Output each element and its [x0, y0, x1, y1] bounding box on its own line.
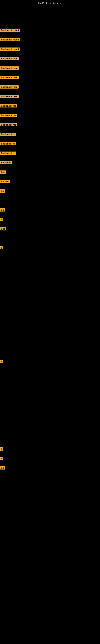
bottleneck-row: Bo [0, 190, 5, 192]
bottleneck-row: Bottleneck re [0, 142, 16, 145]
bottleneck-row: Bottleneck res [0, 123, 17, 126]
bottleneck-row: Bott [0, 227, 6, 230]
bottleneck-badge: Bottleneck re [0, 142, 16, 145]
bottleneck-badge: Bottleneck res [0, 114, 17, 117]
bottleneck-badge: Bottleneck re [0, 132, 16, 136]
bottleneck-badge: Bottleneck re [0, 152, 16, 155]
bottleneck-row: Bottleneck resul [0, 66, 19, 70]
bottleneck-badge: Bottleneck resul [0, 66, 19, 70]
bottleneck-badge: B [0, 246, 3, 249]
bottleneck-row: Bottleneck result [0, 28, 20, 32]
bottleneck-row: Bott [0, 170, 6, 174]
bottleneck-badge: Bo [0, 190, 5, 192]
bottleneck-badge: Bottleneck result [0, 28, 20, 32]
bottleneck-row: B [0, 457, 3, 460]
bottleneck-badge: Bottleneck resu [0, 85, 19, 88]
bottleneck-badge: Bottlen [0, 180, 10, 183]
bottleneck-row: Bottleneck res [0, 104, 17, 108]
bottleneck-row: Bottleneck resu [0, 95, 19, 98]
bottleneck-row: Bottleneck re [0, 132, 16, 136]
bottleneck-badge: Bo [0, 208, 5, 212]
bottleneck-row: Bottlenec [0, 161, 12, 164]
bottleneck-badge: Bott [0, 170, 6, 174]
bottleneck-badge: Bottleneck res [0, 104, 17, 108]
bottleneck-row: Bottleneck result [0, 48, 20, 51]
bottleneck-row: Bottleneck resul [0, 57, 19, 60]
bottleneck-row: Bo [0, 466, 5, 470]
bottleneck-badge: B [0, 457, 3, 460]
bottleneck-badge: Bottlenec [0, 161, 12, 164]
bottleneck-badge: B [0, 218, 3, 221]
bottleneck-badge: Bo [0, 466, 5, 470]
bottleneck-row: Bottleneck resu [0, 76, 19, 79]
bottleneck-row: B [0, 360, 3, 363]
bottleneck-badge: Bottleneck result [0, 38, 20, 41]
bottleneck-badge: Bott [0, 227, 6, 230]
bottleneck-badge: Bottleneck resu [0, 95, 19, 98]
bottleneck-badge: B [0, 360, 3, 363]
bottleneck-row: B [0, 218, 3, 221]
bottleneck-row: Bottleneck result [0, 38, 20, 41]
bottleneck-badge: B [0, 448, 3, 450]
bottleneck-row: Bo [0, 208, 5, 212]
bottleneck-badge: Bottleneck resu [0, 76, 19, 79]
bottleneck-badge: Bottleneck result [0, 48, 20, 51]
bottleneck-row: B [0, 448, 3, 450]
site-title: TheBottlenecker.com [0, 0, 100, 6]
bottleneck-badge: Bottleneck res [0, 123, 17, 126]
bottleneck-row: Bottleneck resu [0, 85, 19, 88]
bottleneck-row: Bottleneck res [0, 114, 17, 117]
bottleneck-row: Bottleneck re [0, 152, 16, 155]
bottleneck-badge: Bottleneck resul [0, 57, 19, 60]
bottleneck-row: B [0, 246, 3, 249]
bottleneck-row: Bottlen [0, 180, 10, 183]
